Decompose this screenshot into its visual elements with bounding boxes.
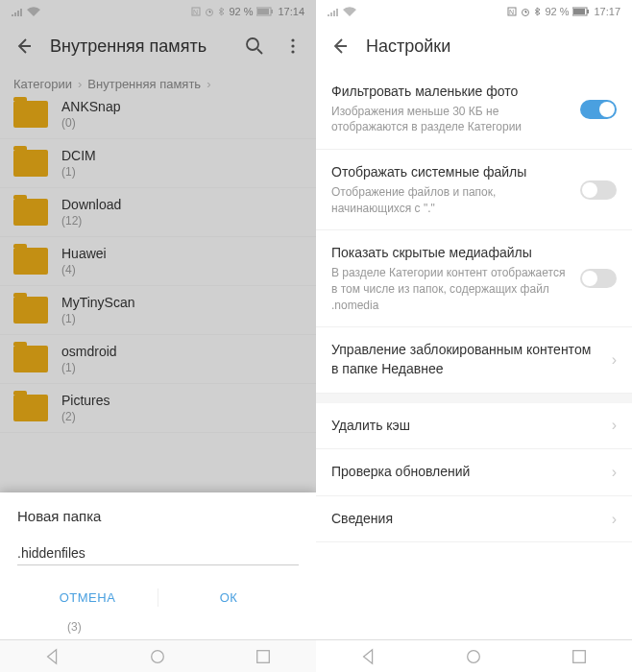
- folder-item[interactable]: MyTinyScan (1): [0, 286, 316, 335]
- folder-item[interactable]: ANKSnap (0): [0, 99, 316, 139]
- setting-show-system-files[interactable]: Отображать системные файлы Отображение ф…: [316, 150, 632, 230]
- nav-back-icon[interactable]: [360, 648, 377, 665]
- battery-icon: [572, 7, 590, 16]
- alarm-icon: [521, 7, 530, 16]
- setting-about[interactable]: Сведения ›: [316, 496, 632, 543]
- chevron-right-icon: ›: [612, 351, 617, 369]
- setting-show-hidden-media[interactable]: Показать скрытые медиафайлы В разделе Ка…: [316, 230, 632, 327]
- cancel-button[interactable]: ОТМЕНА: [17, 579, 158, 616]
- system-navbar: [0, 639, 316, 672]
- svg-point-8: [291, 44, 294, 47]
- dialog-title: Новая папка: [17, 508, 299, 524]
- folder-count: (0): [61, 116, 120, 130]
- signal-icon: [328, 7, 339, 16]
- svg-point-10: [152, 650, 164, 662]
- chevron-right-icon: ›: [612, 464, 617, 481]
- svg-text:N: N: [193, 9, 198, 15]
- setting-title: Управление заблокированным контентом в п…: [331, 341, 600, 378]
- setting-title: Удалить кэш: [331, 417, 600, 436]
- time-text: 17:17: [594, 6, 620, 17]
- setting-filter-small-photos[interactable]: Фильтровать маленькие фото Изображения м…: [316, 69, 632, 150]
- time-text: 17:14: [278, 6, 304, 17]
- back-button[interactable]: [328, 35, 351, 58]
- setting-check-updates[interactable]: Проверка обновлений ›: [316, 449, 632, 496]
- folder-name: MyTinyScan: [61, 295, 135, 310]
- wifi-icon: [343, 7, 356, 16]
- folder-item[interactable]: Download (12): [0, 188, 316, 237]
- setting-title: Сведения: [331, 510, 600, 529]
- bluetooth-icon: [534, 7, 541, 16]
- svg-rect-19: [573, 650, 586, 662]
- section-divider: [316, 394, 632, 403]
- battery-text: 92 %: [229, 6, 253, 17]
- breadcrumb-root[interactable]: Категории: [13, 77, 72, 91]
- toggle-switch[interactable]: [580, 269, 617, 288]
- folder-item[interactable]: osmdroid (1): [0, 335, 316, 384]
- svg-point-18: [468, 650, 480, 662]
- signal-icon: [12, 7, 23, 16]
- alarm-icon: [205, 7, 214, 16]
- folder-item[interactable]: Huawei (4): [0, 237, 316, 286]
- setting-blocked-content[interactable]: Управление заблокированным контентом в п…: [316, 327, 632, 393]
- setting-title: Отображать системные файлы: [331, 163, 569, 182]
- breadcrumb[interactable]: Категории › Внутренняя память ›: [0, 69, 316, 99]
- statusbar: N 92 % 17:17: [316, 0, 632, 23]
- settings-screen: N 92 % 17:17 Настройки Фильтровать мален…: [316, 0, 632, 672]
- nav-back-icon[interactable]: [44, 648, 61, 665]
- back-button[interactable]: [12, 35, 35, 58]
- folder-name: DCIM: [61, 148, 96, 163]
- breadcrumb-current[interactable]: Внутренняя память: [87, 77, 201, 91]
- nav-recent-icon[interactable]: [571, 648, 588, 665]
- search-button[interactable]: [243, 35, 266, 58]
- folder-count: (1): [61, 312, 135, 325]
- folder-count: (2): [61, 410, 110, 423]
- setting-desc: Отображение файлов и папок, начинающихся…: [331, 184, 569, 217]
- svg-point-6: [247, 38, 258, 50]
- folder-name: osmdroid: [61, 344, 117, 359]
- folder-icon: [13, 346, 48, 372]
- chevron-right-icon: ›: [207, 77, 210, 91]
- menu-button[interactable]: [281, 35, 304, 58]
- battery-text: 92 %: [545, 6, 569, 17]
- nav-home-icon[interactable]: [465, 648, 482, 665]
- folder-count: (3): [17, 616, 299, 634]
- folder-name: Pictures: [61, 393, 110, 408]
- system-navbar: [316, 639, 632, 672]
- nfc-icon: N: [507, 7, 517, 16]
- folder-count: (4): [61, 263, 107, 276]
- folder-name: Download: [61, 197, 121, 212]
- statusbar: N 92 % 17:14: [0, 0, 316, 23]
- svg-point-7: [291, 38, 294, 41]
- more-vert-icon: [283, 36, 303, 56]
- folder-list: ANKSnap (0) DCIM (1) Download (12) Huawe…: [0, 99, 316, 433]
- arrow-left-icon: [329, 36, 349, 56]
- appbar: Внутренняя память: [0, 23, 316, 69]
- chevron-right-icon: ›: [612, 511, 617, 528]
- ok-button[interactable]: ОК: [158, 579, 299, 616]
- folder-name-input[interactable]: [17, 541, 299, 565]
- search-icon: [245, 36, 264, 56]
- file-manager-screen: N 92 % 17:14 Внутренняя память Категории…: [0, 0, 316, 672]
- setting-desc: В разделе Категории контент отображается…: [331, 265, 569, 313]
- svg-rect-4: [257, 9, 269, 14]
- folder-icon: [13, 199, 48, 226]
- chevron-right-icon: ›: [78, 77, 82, 91]
- folder-item[interactable]: Pictures (2): [0, 384, 316, 433]
- chevron-right-icon: ›: [612, 417, 617, 434]
- nav-home-icon[interactable]: [149, 648, 166, 665]
- folder-item[interactable]: DCIM (1): [0, 139, 316, 188]
- appbar: Настройки: [316, 23, 632, 69]
- page-title: Внутренняя память: [50, 36, 228, 57]
- nav-recent-icon[interactable]: [255, 648, 272, 665]
- folder-icon: [13, 248, 48, 275]
- setting-clear-cache[interactable]: Удалить кэш ›: [316, 403, 632, 450]
- folder-count: (1): [61, 361, 117, 374]
- svg-point-9: [291, 50, 294, 53]
- folder-icon: [13, 395, 48, 421]
- setting-title: Показать скрытые медиафайлы: [331, 244, 569, 263]
- toggle-switch[interactable]: [580, 180, 617, 200]
- settings-list: Фильтровать маленькие фото Изображения м…: [316, 69, 632, 542]
- toggle-switch[interactable]: [580, 100, 617, 119]
- folder-name: Huawei: [61, 246, 107, 261]
- folder-icon: [13, 297, 48, 324]
